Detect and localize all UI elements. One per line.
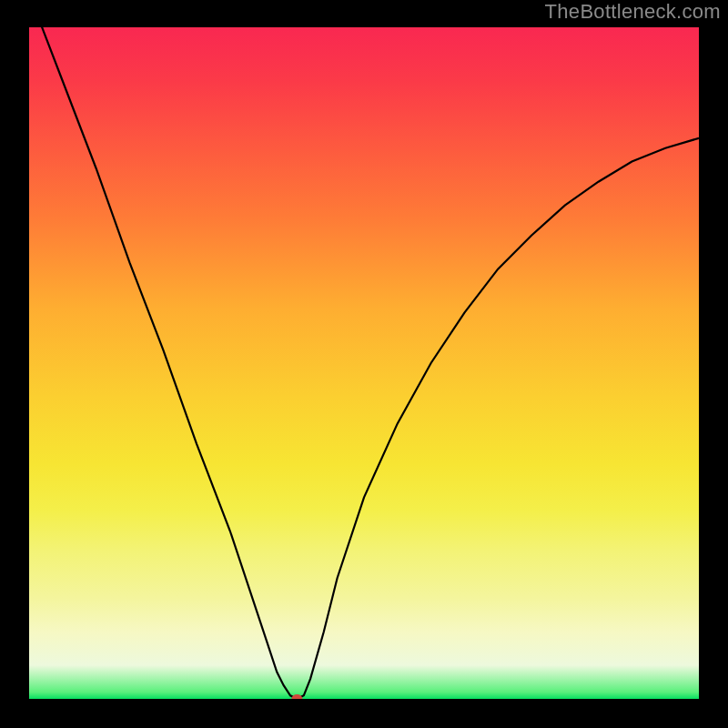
chart-overlay <box>29 27 699 699</box>
watermark-text: TheBottleneck.com <box>545 0 721 24</box>
chart-container: TheBottleneck.com <box>0 0 728 728</box>
optimal-point-marker <box>291 694 302 699</box>
bottleneck-curve <box>29 27 699 699</box>
